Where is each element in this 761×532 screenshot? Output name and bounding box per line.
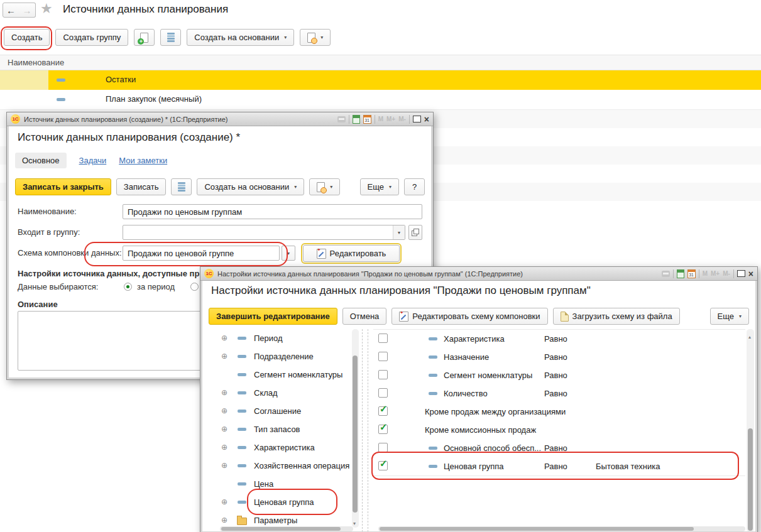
- checkbox[interactable]: ✓: [378, 425, 388, 434]
- tree-horizontal-scrollbar[interactable]: [220, 526, 353, 531]
- tab-main[interactable]: Основное: [15, 153, 67, 168]
- list-horizontal-scrollbar[interactable]: [378, 526, 745, 531]
- print-icon[interactable]: [337, 116, 346, 122]
- more-button[interactable]: Еще▾: [360, 178, 399, 195]
- finish-editing-button[interactable]: Завершить редактирование: [209, 308, 337, 325]
- scroll-up-icon[interactable]: ▴: [748, 334, 751, 340]
- create-group-button[interactable]: Создать группу: [55, 29, 128, 46]
- checkbox[interactable]: [378, 443, 388, 452]
- tree-item[interactable]: ⊕Хозяйственная операция: [209, 457, 351, 475]
- group-dropdown-icon[interactable]: ▾: [393, 225, 405, 239]
- checkbox[interactable]: [378, 370, 388, 379]
- scroll-down-icon[interactable]: ▾: [353, 521, 356, 526]
- memory-minus-button[interactable]: M-: [398, 116, 406, 122]
- create-based-on-button[interactable]: Создать на основании▾: [187, 29, 294, 46]
- create-button[interactable]: Создать: [4, 29, 50, 46]
- edit-composition-schema-button[interactable]: Редактировать схему компоновки: [391, 308, 547, 325]
- close-icon[interactable]: ×: [748, 269, 753, 278]
- tree-item[interactable]: ⊕Ценовая группа: [209, 493, 351, 511]
- expand-icon[interactable]: ⊕: [221, 498, 227, 506]
- memory-minus-button[interactable]: M-: [723, 270, 730, 277]
- expand-icon[interactable]: ⊕: [221, 462, 227, 469]
- expand-icon[interactable]: ⊕: [221, 516, 227, 524]
- tab-my-notes[interactable]: Мои заметки: [119, 156, 167, 165]
- forward-button[interactable]: →: [19, 3, 36, 18]
- checkbox[interactable]: ✓: [378, 406, 388, 416]
- schema-input[interactable]: Продажи по ценовой группе: [123, 246, 280, 261]
- tree-item[interactable]: ⊕Соглашение: [209, 402, 351, 420]
- edit-schema-button[interactable]: Редактировать: [303, 245, 400, 262]
- list-hscroll-thumb[interactable]: [380, 527, 694, 531]
- table-row[interactable]: План закупок (месячный): [0, 90, 761, 110]
- expand-icon[interactable]: ⊕: [221, 352, 227, 360]
- memory-button[interactable]: M: [378, 116, 383, 122]
- tree-hscroll-thumb[interactable]: [221, 527, 341, 531]
- tree-item[interactable]: Цена: [209, 475, 351, 493]
- expand-icon[interactable]: ⊕: [221, 334, 227, 342]
- checkbox[interactable]: [378, 388, 388, 398]
- tree-item[interactable]: Сегмент номенклатуры: [209, 366, 351, 384]
- cancel-button[interactable]: Отмена: [342, 308, 387, 325]
- dialog1-titlebar[interactable]: 1С Источник данных планирования (создани…: [7, 112, 433, 126]
- expand-icon[interactable]: ⊕: [221, 407, 227, 415]
- memory-plus-button[interactable]: M+: [711, 270, 720, 277]
- back-button[interactable]: ←: [3, 3, 19, 18]
- panel-splitter[interactable]: [362, 329, 368, 531]
- memory-button[interactable]: M: [703, 270, 708, 277]
- name-input[interactable]: Продажи по ценовым группам: [123, 204, 422, 219]
- tree-item[interactable]: ⊕Подразделение: [209, 347, 351, 366]
- condition-row[interactable]: Основной способ обесп...Равно: [373, 439, 745, 458]
- print-icon[interactable]: [662, 271, 670, 277]
- expand-icon[interactable]: ⊕: [221, 443, 227, 451]
- help-button[interactable]: ?: [404, 178, 425, 195]
- report-dropdown-button[interactable]: ▾: [300, 29, 331, 46]
- checkbox[interactable]: [378, 334, 388, 343]
- create-based-on-button[interactable]: Создать на основании▾: [197, 178, 304, 195]
- tree-item[interactable]: ⊕Период: [209, 329, 351, 347]
- close-icon[interactable]: ×: [424, 115, 429, 124]
- calendar-icon[interactable]: 31: [687, 269, 696, 278]
- schema-dropdown-button[interactable]: ▾: [282, 246, 295, 261]
- dialog2-titlebar[interactable]: 1С Настройки источника данных планирован…: [200, 267, 757, 281]
- expand-icon[interactable]: ⊕: [221, 389, 227, 396]
- maximize-icon[interactable]: [737, 270, 745, 277]
- calculator-icon[interactable]: [677, 269, 684, 278]
- subordination-structure-button[interactable]: [171, 178, 192, 195]
- load-schema-button[interactable]: Загрузить схему из файла: [553, 308, 680, 325]
- favorite-star-icon[interactable]: ★: [40, 1, 53, 17]
- list-vertical-scrollbar[interactable]: ▴: [747, 329, 754, 531]
- tree-item[interactable]: ⊕Склад: [209, 384, 351, 402]
- tree-vertical-scrollbar[interactable]: ▾: [352, 329, 359, 528]
- condition-row[interactable]: ✓Ценовая группаРавноБытовая техника: [373, 457, 745, 476]
- group-input[interactable]: ▾: [123, 225, 405, 240]
- checkbox[interactable]: ✓: [378, 461, 388, 470]
- condition-row[interactable]: КоличествоРавно: [373, 384, 745, 403]
- table-row-selected[interactable]: Остатки: [0, 70, 761, 90]
- tab-tasks[interactable]: Задачи: [79, 156, 107, 165]
- maximize-icon[interactable]: [413, 116, 421, 122]
- list-scrollbar-thumb[interactable]: [748, 428, 753, 531]
- checkbox[interactable]: [378, 352, 388, 361]
- condition-row[interactable]: ХарактеристикаРавно: [373, 330, 745, 349]
- expand-icon[interactable]: ⊕: [221, 425, 227, 433]
- calendar-icon[interactable]: 31: [363, 115, 371, 124]
- save-and-close-button[interactable]: Записать и закрыть: [15, 178, 111, 195]
- save-button[interactable]: Записать: [116, 178, 167, 195]
- tree-scrollbar-thumb[interactable]: [353, 356, 358, 513]
- tree-item[interactable]: ⊕Тип запасов: [209, 420, 351, 438]
- subordination-structure-button[interactable]: [160, 29, 181, 46]
- memory-plus-button[interactable]: M+: [386, 116, 395, 122]
- more-button[interactable]: Еще▾: [710, 308, 749, 325]
- radio-second-option[interactable]: [190, 283, 199, 291]
- condition-row[interactable]: ✓Кроме продаж между организациями: [373, 403, 745, 421]
- copy-button[interactable]: [134, 29, 155, 46]
- condition-row[interactable]: ✓Кроме комиссионных продаж: [373, 421, 745, 440]
- table-header[interactable]: Наименование: [0, 55, 761, 70]
- calculator-icon[interactable]: [353, 115, 360, 124]
- group-open-button[interactable]: [408, 225, 422, 240]
- radio-for-period[interactable]: [124, 283, 132, 291]
- report-dropdown-button[interactable]: ▾: [309, 178, 340, 195]
- condition-row[interactable]: НазначениеРавно: [373, 348, 745, 367]
- tree-item[interactable]: ⊕Характеристика: [209, 438, 351, 457]
- condition-row[interactable]: Сегмент номенклатурыРавно: [373, 366, 745, 385]
